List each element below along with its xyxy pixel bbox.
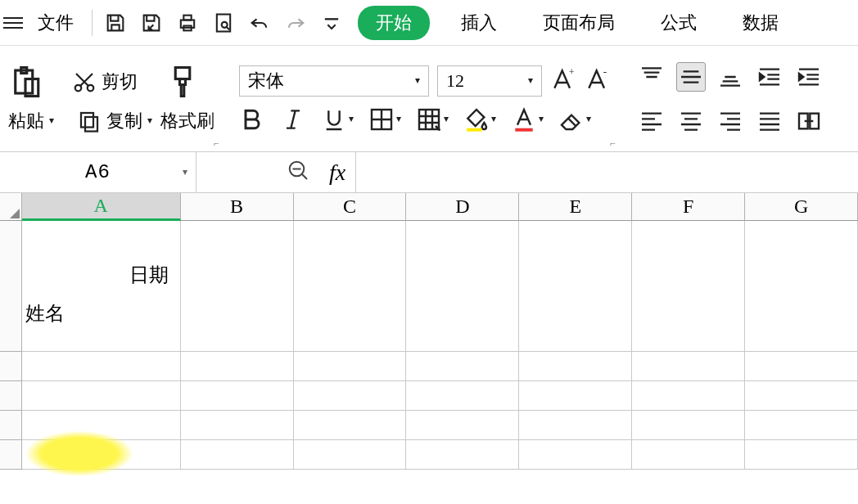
decrease-indent-icon[interactable]	[755, 62, 784, 92]
cell-A2[interactable]	[22, 352, 181, 381]
cell-C2[interactable]	[294, 352, 407, 381]
font-size-select[interactable]: 12 ▾	[437, 65, 542, 97]
col-head-C[interactable]: C	[294, 193, 407, 221]
justify-icon[interactable]	[755, 106, 784, 136]
cut-button[interactable]: 剪切	[72, 70, 138, 94]
cell-A1-name: 姓名	[25, 300, 65, 326]
cell-A1[interactable]: 日期 姓名	[22, 221, 181, 352]
col-head-F[interactable]: F	[632, 193, 745, 221]
cell-B1[interactable]	[181, 221, 294, 352]
cell-D1[interactable]	[406, 221, 519, 352]
increase-indent-icon[interactable]	[794, 62, 824, 92]
name-box-value: A6	[85, 161, 111, 183]
paste-label-button[interactable]: 粘贴▾	[8, 109, 54, 133]
copy-button[interactable]: 复制 ▾	[77, 109, 152, 133]
cell-B5[interactable]	[181, 440, 294, 470]
cell-D4[interactable]	[406, 411, 519, 440]
tab-formula[interactable]: 公式	[646, 6, 711, 40]
fx-label[interactable]: fx	[329, 160, 345, 186]
paste-button[interactable]	[8, 65, 43, 99]
cell-G5[interactable]	[745, 440, 858, 470]
cell-C1[interactable]	[294, 221, 407, 352]
eraser-button[interactable]: ▾	[558, 106, 591, 133]
align-top-icon[interactable]	[637, 62, 666, 92]
undo-icon[interactable]	[243, 7, 276, 39]
col-head-B[interactable]: B	[181, 193, 294, 221]
name-box-dropdown-icon[interactable]: ▾	[183, 166, 187, 178]
borders-button[interactable]: ▾	[368, 106, 401, 133]
cell-F1[interactable]	[632, 221, 745, 352]
row-head-4[interactable]	[0, 411, 22, 440]
format-painter-label-button[interactable]: 格式刷	[160, 109, 214, 133]
cell-E3[interactable]	[519, 381, 632, 411]
cell-A3[interactable]	[22, 381, 181, 411]
fill-color-button[interactable]: ▾	[463, 106, 496, 133]
save-as-icon[interactable]	[135, 7, 168, 39]
align-middle-icon[interactable]	[676, 62, 706, 92]
cell-C5[interactable]	[294, 440, 407, 470]
col-head-E[interactable]: E	[519, 193, 632, 221]
quick-access-dropdown-icon[interactable]	[315, 7, 348, 39]
align-right-icon[interactable]	[716, 106, 745, 136]
alignment-group	[637, 62, 824, 136]
group-launcher-icon[interactable]: ⌐	[214, 137, 219, 150]
cell-C3[interactable]	[294, 381, 407, 411]
tab-insert[interactable]: 插入	[446, 6, 512, 40]
font-color-button[interactable]: ▾	[511, 106, 544, 133]
cell-G4[interactable]	[745, 411, 858, 440]
row-3	[0, 381, 858, 411]
cell-F5[interactable]	[632, 440, 745, 470]
cell-D2[interactable]	[406, 352, 519, 381]
col-head-G[interactable]: G	[745, 193, 858, 221]
cell-C4[interactable]	[294, 411, 407, 440]
cell-E1[interactable]	[519, 221, 632, 352]
select-all-corner[interactable]	[0, 193, 22, 221]
row-head-5[interactable]	[0, 440, 22, 470]
align-center-icon[interactable]	[676, 106, 706, 136]
font-name-select[interactable]: 宋体 ▾	[239, 65, 429, 97]
cell-D3[interactable]	[406, 381, 519, 411]
cell-G1[interactable]	[745, 221, 858, 352]
decrease-font-icon[interactable]: -	[585, 66, 611, 96]
tab-data[interactable]: 数据	[728, 6, 793, 40]
underline-button[interactable]: ▾	[321, 106, 354, 133]
cell-E4[interactable]	[519, 411, 632, 440]
bold-button[interactable]	[239, 106, 265, 133]
row-head-1[interactable]	[0, 221, 22, 352]
cell-style-button[interactable]: ▾	[416, 106, 449, 133]
save-icon[interactable]	[99, 7, 132, 39]
tab-layout[interactable]: 页面布局	[528, 6, 630, 40]
print-icon[interactable]	[171, 7, 204, 39]
font-group-launcher-icon[interactable]: ⌐	[610, 137, 616, 150]
italic-button[interactable]	[280, 106, 306, 133]
formula-input[interactable]	[355, 152, 858, 192]
cell-G2[interactable]	[745, 352, 858, 381]
name-box[interactable]: A6 ▾	[0, 152, 196, 192]
zoom-out-icon[interactable]	[287, 159, 311, 187]
cell-E5[interactable]	[519, 440, 632, 470]
cell-F2[interactable]	[632, 352, 745, 381]
cell-F3[interactable]	[632, 381, 745, 411]
cell-B4[interactable]	[181, 411, 294, 440]
print-preview-icon[interactable]	[207, 7, 240, 39]
align-left-icon[interactable]	[637, 106, 666, 136]
row-head-2[interactable]	[0, 352, 22, 381]
row-head-3[interactable]	[0, 381, 22, 411]
cell-D5[interactable]	[406, 440, 519, 470]
tab-start[interactable]: 开始	[358, 6, 430, 40]
file-menu[interactable]: 文件	[26, 6, 85, 40]
cell-B2[interactable]	[181, 352, 294, 381]
cell-B3[interactable]	[181, 381, 294, 411]
col-head-A[interactable]: A	[22, 193, 181, 221]
align-bottom-icon[interactable]	[716, 62, 745, 92]
col-head-D[interactable]: D	[406, 193, 519, 221]
merge-cells-icon[interactable]	[794, 106, 824, 136]
increase-font-icon[interactable]: +	[550, 66, 576, 96]
copy-label: 复制	[106, 109, 142, 133]
format-painter-button[interactable]	[165, 65, 200, 99]
hamburger-icon[interactable]	[3, 14, 23, 32]
cell-F4[interactable]	[632, 411, 745, 440]
cell-G3[interactable]	[745, 381, 858, 411]
svg-rect-18	[467, 128, 482, 131]
cell-E2[interactable]	[519, 352, 632, 381]
